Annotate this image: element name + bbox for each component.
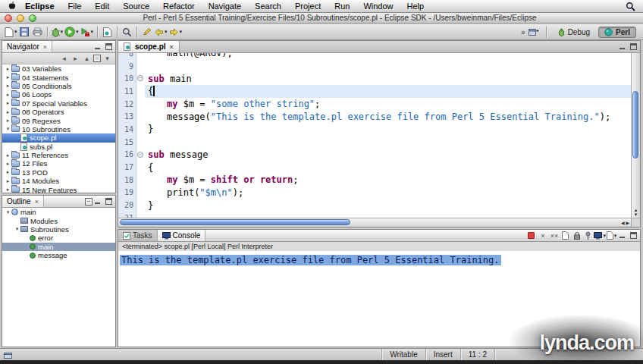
- terminate-icon[interactable]: [525, 231, 537, 241]
- search-icon[interactable]: [121, 25, 133, 39]
- minimize-view-icon[interactable]: [617, 231, 627, 240]
- collapse-all-icon[interactable]: −: [93, 55, 101, 62]
- tab-tasks[interactable]: Tasks: [118, 230, 158, 241]
- forward-icon[interactable]: ▸: [71, 54, 80, 64]
- navigator-item-scope-pl[interactable]: scope.pl: [2, 133, 115, 142]
- expander-icon[interactable]: ▸: [5, 178, 11, 184]
- expander-icon[interactable]: ▸: [5, 109, 11, 115]
- maximize-view-icon[interactable]: [629, 231, 638, 240]
- scroll-right-icon[interactable]: ▶: [626, 221, 629, 225]
- tab-outline[interactable]: Outline ×: [2, 196, 44, 207]
- minimize-view-icon[interactable]: [617, 42, 627, 52]
- scrollbar-arrows[interactable]: ◀ ▶: [621, 220, 629, 226]
- view-menu-icon[interactable]: ▾: [102, 54, 112, 64]
- save-icon[interactable]: [18, 25, 31, 39]
- code-line-12[interactable]: 12my $m = "some other string";: [118, 98, 631, 111]
- code-line-15[interactable]: 15: [118, 136, 631, 149]
- editor-text-area[interactable]: 8math(@ARGV);910−sub main11{12my $m = "s…: [118, 53, 631, 218]
- navigator-item-08-operators[interactable]: ▸08 Operators: [2, 108, 115, 116]
- close-tab-icon[interactable]: ×: [170, 43, 174, 51]
- expander-icon[interactable]: ▾: [5, 209, 11, 215]
- remove-launch-icon[interactable]: ×: [537, 231, 548, 241]
- open-perspective-icon[interactable]: [528, 25, 541, 39]
- expander-icon[interactable]: ▾: [14, 226, 20, 232]
- navigator-item-13-pod[interactable]: ▸13 POD: [2, 168, 115, 177]
- up-icon[interactable]: ▴: [82, 54, 92, 64]
- back-icon[interactable]: ◂: [59, 54, 69, 64]
- fold-collapse-icon[interactable]: −: [137, 152, 143, 158]
- tab-console[interactable]: Console: [158, 230, 206, 241]
- code-text[interactable]: {: [145, 161, 631, 174]
- fold-collapse-icon[interactable]: −: [137, 75, 143, 81]
- outline-item-subroutines[interactable]: ▾Subroutines: [2, 225, 115, 234]
- editor-horizontal-scrollbar[interactable]: ◀ ▶: [118, 218, 631, 227]
- outline-item-modules[interactable]: Modules: [2, 216, 115, 224]
- menu-project[interactable]: Project: [288, 2, 328, 11]
- code-line-14[interactable]: 14}: [118, 123, 631, 136]
- expander-icon[interactable]: ▸: [5, 100, 11, 106]
- clear-console-icon[interactable]: [560, 231, 571, 241]
- navigator-item-07-special-variables[interactable]: ▸07 Special Variables: [2, 99, 115, 108]
- code-line-18[interactable]: 18my $m = shift or return;: [118, 174, 631, 187]
- zoom-window-button[interactable]: [29, 14, 36, 22]
- code-line-11[interactable]: 11{: [118, 85, 631, 98]
- menu-run[interactable]: Run: [328, 2, 356, 11]
- expander-icon[interactable]: ▸: [5, 152, 11, 158]
- navigator-item-09-regexes[interactable]: ▸09 Regexes: [2, 116, 115, 124]
- code-text[interactable]: [145, 212, 631, 218]
- fast-view-icon[interactable]: [0, 351, 15, 359]
- code-line-16[interactable]: 16−sub message: [118, 149, 631, 162]
- expander-icon[interactable]: ▸: [5, 187, 11, 193]
- dropdown-icon[interactable]: ▾: [14, 29, 17, 35]
- navigator-item-04-statements[interactable]: ▸04 Statements: [2, 73, 115, 81]
- scrollbar-thumb[interactable]: [632, 91, 638, 158]
- navigator-item-15-new-features[interactable]: ▸15 New Features: [2, 185, 115, 193]
- navigator-item-03-variables[interactable]: ▸03 Variables: [2, 64, 115, 73]
- navigator-item-14-modules[interactable]: ▸14 Modules: [2, 177, 115, 185]
- print-icon[interactable]: [31, 25, 44, 39]
- maximize-view-icon[interactable]: [104, 197, 114, 206]
- code-line-8[interactable]: 8math(@ARGV);: [118, 53, 631, 60]
- close-window-button[interactable]: [5, 14, 12, 22]
- code-line-19[interactable]: 19print("$m\n");: [118, 187, 631, 199]
- scroll-left-icon[interactable]: ◀: [621, 221, 625, 225]
- open-console-icon[interactable]: ▾: [606, 231, 617, 241]
- close-view-icon[interactable]: ×: [35, 198, 39, 206]
- new-perl-file-icon[interactable]: [101, 25, 114, 39]
- code-line-17[interactable]: 17{: [118, 161, 631, 174]
- menu-edit[interactable]: Edit: [88, 2, 116, 11]
- external-tools-icon[interactable]: ▾: [80, 25, 95, 39]
- perspective-overflow-icon[interactable]: »: [521, 28, 525, 36]
- outline-item-main[interactable]: main: [2, 243, 115, 251]
- editor-vertical-scrollbar[interactable]: ▲ ▼: [631, 53, 640, 218]
- outline-item-message[interactable]: message: [2, 251, 115, 259]
- code-text[interactable]: my $m = shift or return;: [145, 174, 631, 187]
- expander-icon[interactable]: ▸: [5, 83, 11, 89]
- menu-eclipse[interactable]: Eclipse: [18, 2, 61, 11]
- navigator-item-12-files[interactable]: ▸12 Files: [2, 159, 115, 168]
- menu-help[interactable]: Help: [400, 2, 431, 11]
- code-text[interactable]: math(@ARGV);: [145, 53, 631, 60]
- display-selected-console-icon[interactable]: ▾: [594, 231, 606, 241]
- back-icon[interactable]: ▾: [153, 25, 168, 39]
- code-text[interactable]: [145, 136, 631, 149]
- forward-icon[interactable]: ▾: [168, 25, 183, 39]
- expander-icon[interactable]: ▸: [5, 74, 11, 80]
- code-text[interactable]: my $m = "some other string";: [145, 98, 631, 111]
- spotlight-search-icon[interactable]: [626, 2, 635, 11]
- menu-window[interactable]: Window: [356, 2, 400, 11]
- minimize-view-icon[interactable]: [93, 42, 102, 52]
- close-view-icon[interactable]: ×: [43, 43, 47, 51]
- code-line-21[interactable]: 21: [118, 212, 631, 218]
- editor-tab-scope-pl[interactable]: scope.pl ×: [118, 41, 180, 52]
- dropdown-icon[interactable]: ▾: [614, 233, 617, 239]
- new-wizard-icon[interactable]: ▾: [4, 25, 18, 39]
- scrollbar-thumb[interactable]: [120, 219, 350, 225]
- code-line-9[interactable]: 9: [118, 60, 631, 73]
- apple-menu-icon[interactable]: [8, 1, 17, 11]
- expander-icon[interactable]: ▾: [5, 126, 11, 132]
- debug-perspective-button[interactable]: Debug: [552, 27, 596, 38]
- code-text[interactable]: {: [145, 85, 631, 98]
- navigator-item-subs-pl[interactable]: subs.pl: [2, 143, 115, 151]
- expander-icon[interactable]: ▸: [5, 169, 11, 175]
